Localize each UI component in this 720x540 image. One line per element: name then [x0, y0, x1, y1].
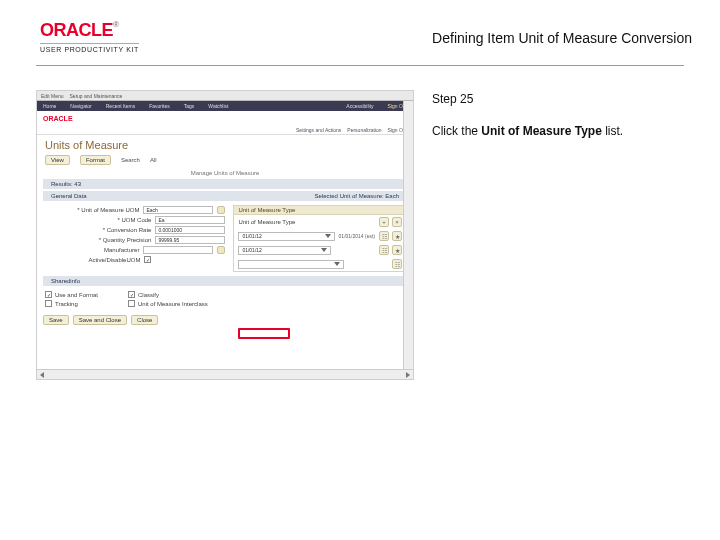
uom-type-list[interactable]: [238, 260, 344, 269]
uom-type-dropdown-1[interactable]: 01/01/12: [238, 232, 334, 241]
bottom-buttons: Save Save and Close Close: [37, 313, 413, 327]
scrollbar-vertical[interactable]: [403, 101, 413, 369]
highlight-box: [238, 328, 290, 339]
chevron-down-icon: [321, 248, 327, 252]
app-screenshot: Edit Menu Setup and Maintenance Home Nav…: [36, 90, 414, 380]
search-value: All: [150, 157, 157, 163]
lookup-icon[interactable]: [217, 246, 225, 254]
uom-code-label: * UOM Code: [45, 217, 151, 223]
oracle-logo: ORACLE: [43, 115, 73, 122]
dd-value: 01/01/12: [242, 247, 261, 253]
manufacturer-input[interactable]: [143, 246, 213, 254]
sharedinfo-bar: Sharedinfo: [43, 276, 407, 286]
calendar-icon[interactable]: ☷: [379, 245, 389, 255]
menu-item[interactable]: Watchlist: [208, 103, 228, 109]
menu-item[interactable]: Favorites: [149, 103, 170, 109]
panel-header: Unit of Measure Type: [234, 206, 406, 215]
chk-label: Tracking: [55, 301, 78, 307]
scroll-left-icon[interactable]: [40, 372, 44, 378]
brand-block: ORACLE® USER PRODUCTIVITY KIT: [40, 20, 139, 53]
app-menubar: Home Navigator Recent Items Favorites Ta…: [37, 101, 413, 111]
instr-suffix: list.: [602, 124, 623, 138]
add-icon[interactable]: +: [379, 217, 389, 227]
star-icon[interactable]: ★: [392, 245, 402, 255]
scroll-right-icon[interactable]: [406, 372, 410, 378]
crumb-link[interactable]: Settings and Actions: [296, 127, 341, 133]
uom-type-dropdown-2[interactable]: 01/01/12: [238, 246, 331, 255]
remove-icon[interactable]: ×: [392, 217, 402, 227]
browser-tab[interactable]: Setup and Maintenance: [70, 93, 123, 99]
menu-item[interactable]: Navigator: [70, 103, 91, 109]
manufacturer-label: Manufacturer: [45, 247, 139, 253]
product-name: USER PRODUCTIVITY KIT: [40, 43, 139, 53]
instr-bold: Unit of Measure Type: [481, 124, 601, 138]
close-button[interactable]: Close: [131, 315, 158, 325]
crumb-link[interactable]: Personalization: [347, 127, 381, 133]
oracle-tm: ®: [113, 20, 119, 29]
app-brandbar: ORACLE: [37, 111, 413, 125]
save-close-button[interactable]: Save and Close: [73, 315, 127, 325]
format-button[interactable]: Format: [80, 155, 111, 165]
active-checkbox[interactable]: ✓: [144, 256, 151, 263]
star-icon[interactable]: ★: [392, 231, 402, 241]
menu-item[interactable]: Tags: [184, 103, 195, 109]
chk-label: Use and Format: [55, 292, 98, 298]
checkbox[interactable]: [128, 300, 135, 307]
instruction-panel: Step 25 Click the Unit of Measure Type l…: [432, 90, 692, 380]
accessibility-link[interactable]: Accessibility: [346, 103, 373, 109]
search-label: Search: [121, 157, 140, 163]
scrollbar-horizontal[interactable]: [37, 369, 413, 379]
conv-rate-input[interactable]: 0.0001000: [155, 226, 225, 234]
calendar-icon[interactable]: ☷: [379, 231, 389, 241]
chevron-down-icon: [334, 262, 340, 266]
page-title: Defining Item Unit of Measure Conversion: [432, 30, 692, 46]
results-bar: Results: 43: [43, 179, 407, 189]
menu-item[interactable]: Home: [43, 103, 56, 109]
qty-precision-label: * Quantity Precision: [45, 237, 151, 243]
checkbox[interactable]: ✓: [128, 291, 135, 298]
checkbox[interactable]: [45, 300, 52, 307]
dd-value: 01/01/12: [242, 233, 261, 239]
instr-prefix: Click the: [432, 124, 481, 138]
conv-rate-label: * Conversion Rate: [45, 227, 151, 233]
active-label: Active/DisableUOM: [45, 257, 140, 263]
toolbar: View Format Search All: [37, 153, 413, 169]
menu-item[interactable]: Recent Items: [106, 103, 135, 109]
lookup-icon[interactable]: [217, 206, 225, 214]
context-text: Manage Units of Measure: [37, 169, 413, 177]
selected-uom-label: Selected Unit of Measure: Each: [315, 193, 399, 199]
browser-chrome: Edit Menu Setup and Maintenance: [37, 91, 413, 101]
step-label: Step 25: [432, 92, 692, 106]
instruction-text: Click the Unit of Measure Type list.: [432, 124, 692, 138]
calendar-icon[interactable]: ☷: [392, 259, 402, 269]
general-data-bar: General Data Selected Unit of Measure: E…: [43, 191, 407, 201]
qty-precision-input[interactable]: 99999.95: [155, 236, 225, 244]
chevron-down-icon: [325, 234, 331, 238]
form-left: * Unit of Measure UOM Each * UOM Code Ea…: [43, 205, 227, 272]
chk-label: Unit of Measure Interclass: [138, 301, 208, 307]
chk-label: Classify: [138, 292, 159, 298]
uom-type-panel: Unit of Measure Type Unit of Measure Typ…: [233, 205, 407, 272]
view-button[interactable]: View: [45, 155, 70, 165]
checkbox[interactable]: ✓: [45, 291, 52, 298]
uom-label: * Unit of Measure UOM: [45, 207, 139, 213]
breadcrumb: Settings and Actions Personalization Sig…: [37, 125, 413, 135]
uom-type-row-label: Unit of Measure Type: [238, 219, 375, 225]
sharedinfo-block: ✓Use and Format Tracking ✓Classify Unit …: [37, 288, 413, 310]
screen-title: Units of Measure: [37, 135, 413, 153]
date-range: 01/01/2014 (est): [339, 233, 375, 239]
save-button[interactable]: Save: [43, 315, 69, 325]
general-data-label: General Data: [51, 193, 87, 199]
uom-input[interactable]: Each: [143, 206, 213, 214]
browser-tab[interactable]: Edit Menu: [41, 93, 64, 99]
oracle-logo: ORACLE: [40, 20, 113, 40]
uom-code-input[interactable]: Ea: [155, 216, 225, 224]
